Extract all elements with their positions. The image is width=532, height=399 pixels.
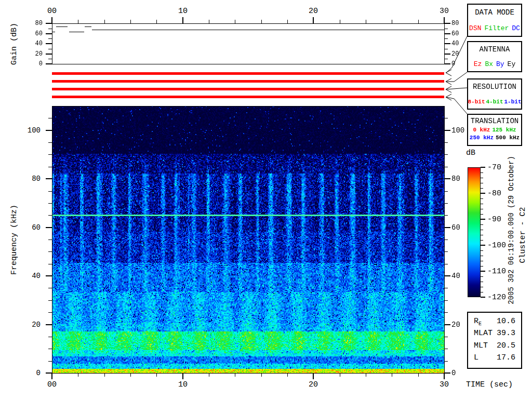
datetime-label: 2005 302 06:19:00.000 (29 October) — [508, 152, 515, 308]
gain-minor-tick-right — [444, 59, 448, 59]
time-minor-tick-bottom — [287, 373, 288, 377]
time-minor-tick-top — [261, 20, 262, 23]
gain-major-tick-left — [46, 23, 52, 24]
freq-minor-tick-right — [444, 312, 448, 313]
colorbar-major-tick — [481, 219, 485, 220]
ephemeris-row-l: L 17.6 — [468, 354, 521, 363]
freq-minor-tick-left — [48, 215, 52, 216]
time-minor-tick-bottom — [392, 373, 392, 377]
freq-minor-tick-right — [444, 337, 448, 337]
time-minor-tick-top — [156, 20, 157, 23]
freq-minor-tick-right — [444, 154, 448, 155]
colorbar-major-tick — [481, 297, 485, 298]
gain-major-tick-left — [46, 54, 52, 55]
gain-minor-tick-right — [444, 29, 448, 29]
callout-line-translation — [446, 97, 467, 114]
colorbar-minor-tick — [481, 287, 483, 287]
freq-major-tick-right — [444, 275, 450, 276]
time-tick-label-bottom: 20 — [305, 381, 321, 389]
callout-line-antenna — [446, 72, 467, 82]
time-minor-tick-top — [366, 20, 366, 23]
freq-minor-tick-right — [444, 288, 448, 288]
ephemeris-row-re: RE 10.6 — [468, 317, 521, 327]
freq-major-tick-left — [46, 324, 52, 325]
time-tick-label-top: 20 — [305, 7, 321, 15]
freq-tick-label-right: 20 — [451, 321, 460, 328]
spectrogram-frame — [52, 106, 445, 374]
freq-major-tick-left — [46, 227, 52, 228]
time-major-tick-bottom — [313, 373, 314, 379]
time-minor-tick-top — [340, 20, 340, 23]
colorbar-minor-tick — [481, 250, 483, 251]
time-tick-label-bottom: 30 — [436, 381, 452, 389]
time-major-tick-top — [182, 17, 183, 23]
gain-minor-tick-right — [444, 49, 448, 49]
colorbar-tick-label: -80 — [487, 190, 501, 197]
panel-translation: TRANSLATION 0 kHz 125 kHz 250 kHz 500 kH… — [467, 114, 522, 146]
freq-major-tick-right — [444, 324, 450, 325]
freq-major-tick-left — [46, 373, 52, 374]
gain-major-tick-right — [444, 43, 450, 44]
gain-tick-label-right: 40 — [451, 41, 459, 47]
time-minor-tick-top — [78, 20, 78, 23]
time-minor-tick-top — [418, 20, 419, 23]
freq-minor-tick-left — [48, 300, 52, 301]
freq-major-tick-right — [444, 227, 450, 228]
status-bar-translation — [52, 96, 444, 98]
wbd-plot-page: Gain (dB) Frequency (kHz) dB 2005 302 06… — [0, 0, 532, 399]
gain-major-tick-right — [444, 33, 450, 34]
time-minor-tick-bottom — [235, 373, 235, 377]
colorbar-minor-tick — [481, 224, 483, 225]
re-value: 10.6 — [497, 317, 515, 327]
gain-tick-label-left: 40 — [22, 41, 43, 47]
colorbar-minor-tick — [481, 292, 483, 292]
freq-minor-tick-right — [444, 203, 448, 204]
option-bx: Bx — [485, 61, 493, 68]
time-tick-label-top: 30 — [436, 7, 452, 15]
colorbar-tick-label: -90 — [487, 216, 501, 223]
freq-minor-tick-left — [48, 251, 52, 252]
freq-major-tick-left — [46, 130, 52, 131]
panel-resolution: RESOLUTION 8-bit 4-bit 1-bit — [467, 78, 522, 110]
freq-minor-tick-left — [48, 264, 52, 264]
time-minor-tick-bottom — [78, 373, 78, 377]
freq-tick-label-left: 0 — [15, 369, 41, 377]
gain-tick-label-left: 0 — [22, 61, 43, 67]
time-major-tick-bottom — [182, 373, 183, 379]
translation-title: TRANSLATION — [471, 117, 518, 125]
freq-minor-tick-right — [444, 300, 448, 301]
freq-tick-label-left: 80 — [15, 175, 41, 182]
freq-minor-tick-left — [48, 288, 52, 288]
colorbar — [468, 167, 481, 297]
freq-minor-tick-right — [444, 251, 448, 252]
gain-minor-tick-left — [48, 29, 52, 29]
option-4bit: 4-bit — [486, 99, 503, 105]
freq-major-tick-left — [46, 275, 52, 276]
freq-minor-tick-right — [444, 142, 448, 143]
time-tick-label-top: 00 — [44, 7, 60, 15]
gain-major-tick-left — [46, 33, 52, 34]
time-minor-tick-top — [104, 20, 105, 23]
mlat-value: 39.3 — [497, 329, 515, 339]
freq-minor-tick-right — [444, 264, 448, 264]
l-value: 17.6 — [497, 354, 515, 363]
colorbar-minor-tick — [481, 214, 483, 215]
time-tick-label-top: 10 — [175, 7, 191, 15]
panel-data-mode: DATA MODE DSN Filter DC — [467, 4, 522, 37]
option-ez: Ez — [474, 61, 482, 68]
colorbar-minor-tick — [481, 276, 483, 277]
gain-tick-label-right: 20 — [451, 51, 459, 57]
gain-minor-tick-left — [48, 38, 52, 39]
time-minor-tick-bottom — [261, 373, 262, 377]
freq-minor-tick-left — [48, 240, 52, 240]
panel-antenna: ANTENNA Ez Bx By Ey — [467, 41, 522, 72]
time-major-tick-bottom — [51, 373, 52, 379]
freq-minor-tick-right — [444, 349, 448, 349]
gain-tick-label-left: 80 — [22, 20, 43, 26]
option-ey: Ey — [508, 61, 516, 68]
option-0khz: 0 kHz — [473, 127, 490, 133]
freq-tick-label-left: 100 — [15, 127, 41, 134]
time-minor-tick-top — [392, 20, 392, 23]
freq-tick-label-left: 40 — [15, 272, 41, 280]
antenna-title: ANTENNA — [480, 46, 510, 53]
